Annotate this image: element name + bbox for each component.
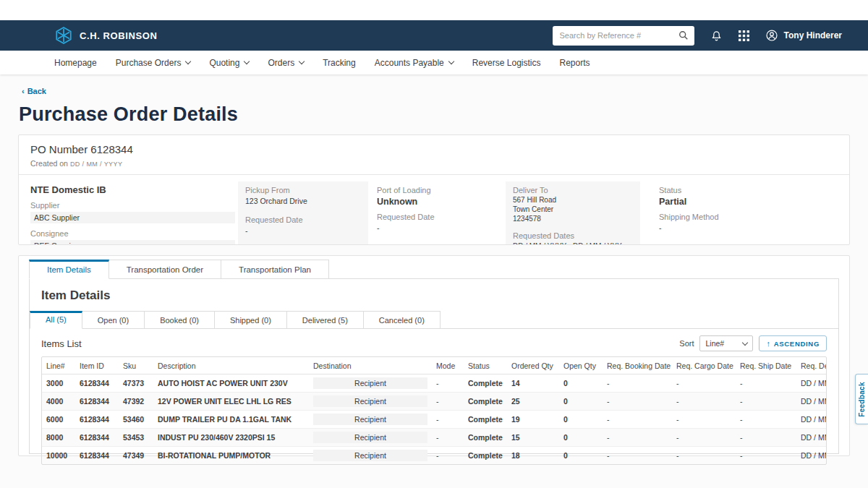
table-row[interactable]: 10000612834447349BI-ROTATIONAL PUMP/MOTO… <box>42 447 827 465</box>
details-tabs-card: Item DetailsTransportation OrderTranspor… <box>18 255 850 456</box>
tab-content-panel: Item Details All (5)Open (0)Booked (0)Sh… <box>29 278 839 454</box>
apps-grid-icon[interactable] <box>739 30 749 41</box>
po-parties-column: NTE Domestic IB Supplier ABC Supplier Co… <box>30 181 238 244</box>
header-req-cargo-date: Req. Cargo Date <box>672 357 736 374</box>
tab-item-details[interactable]: Item Details <box>29 260 109 279</box>
nav-item-reverse-logistics[interactable]: Reverse Logistics <box>472 58 541 68</box>
cell-destination: Recipient <box>309 393 432 411</box>
user-menu[interactable]: Tony Hinderer <box>765 29 842 42</box>
header-open-qty: Open Qty <box>559 357 603 374</box>
header-req-ship-date: Req. Ship Date <box>736 357 796 374</box>
feedback-button[interactable]: Feedback <box>855 374 868 424</box>
cell-req-cargo-date: - <box>672 447 736 465</box>
nav-item-purchase-orders[interactable]: Purchase Orders <box>116 58 191 68</box>
cell-mode: - <box>432 374 464 393</box>
cell-open-qty: 0 <box>559 429 603 447</box>
cell-item-id: 6128344 <box>75 374 119 393</box>
user-name: Tony Hinderer <box>784 30 842 40</box>
tabs-row: Item DetailsTransportation OrderTranspor… <box>29 260 839 278</box>
filter-tab-shipped-0[interactable]: Shipped (0) <box>215 311 287 329</box>
deliver-to-label: Deliver To <box>513 186 633 194</box>
filter-tab-canceled-0[interactable]: Canceled (0) <box>364 311 441 329</box>
page-content: ‹ Back Purchase Order Details PO Number … <box>0 74 868 488</box>
table-row[interactable]: 3000612834447373AUTO HOIST AC POWER UNIT… <box>42 374 827 393</box>
port-requested-date-value: - <box>377 223 497 232</box>
cell-req-cargo-date: - <box>672 429 736 447</box>
cell-ordered-qty: 14 <box>507 374 559 393</box>
filter-tab-delivered-5[interactable]: Delivered (5) <box>287 311 364 329</box>
status-value: Partial <box>659 197 819 207</box>
cell-open-qty: 0 <box>559 374 603 393</box>
destination-band: Recipient <box>313 450 427 461</box>
header-sku: Sku <box>119 357 153 374</box>
chevron-left-icon: ‹ <box>22 87 25 95</box>
cell-open-qty: 0 <box>559 393 603 411</box>
header-req-delivery-date: Req. Delivery Date <box>796 357 827 374</box>
cell-req-cargo-date: - <box>672 374 736 393</box>
cell-destination: Recipient <box>309 447 432 465</box>
items-list-title: Items List <box>41 338 82 349</box>
top-margin-strip <box>0 0 868 20</box>
cell-req-delivery-date: DD / MM / YY <box>796 429 827 447</box>
destination-band: Recipient <box>313 432 427 443</box>
destination-band: Recipient <box>313 414 427 425</box>
main-nav: HomepagePurchase OrdersQuotingOrdersTrac… <box>0 51 868 74</box>
notifications-bell-icon[interactable] <box>710 30 723 42</box>
consignee-value: DEF Consignee <box>30 240 235 245</box>
cell-description: BI-ROTATIONAL PUMP/MOTOR <box>153 447 309 465</box>
cell-req-booking-date: - <box>603 411 672 429</box>
supplier-label: Supplier <box>30 201 238 210</box>
cell-line: 10000 <box>42 447 75 465</box>
cell-line: 4000 <box>42 393 75 411</box>
pickup-requested-date-label: Requested Date <box>245 215 361 224</box>
table-row[interactable]: 400061283444739212V POWER UNIT ELEC LHL … <box>42 393 827 411</box>
destination-band: Recipient <box>313 377 427 389</box>
cell-req-cargo-date: - <box>672 411 736 429</box>
cell-sku: 47349 <box>119 447 153 465</box>
nav-item-orders[interactable]: Orders <box>268 58 304 68</box>
hexagon-logo-icon <box>54 26 73 45</box>
cell-sku: 53453 <box>119 429 153 447</box>
table-header-row: Line#Item IDSkuDescriptionDestinationMod… <box>42 357 827 374</box>
filter-tab-all-5[interactable]: All (5) <box>30 311 82 329</box>
search-input[interactable] <box>560 31 678 40</box>
cell-sku: 47373 <box>119 374 153 393</box>
pickup-column: Pickup From 123 Orchard Drive Requested … <box>238 181 368 244</box>
status-filter-tabs: All (5)Open (0)Booked (0)Shipped (0)Deli… <box>30 311 838 329</box>
port-of-loading-column: Port of Loading Unknown Requested Date - <box>368 181 506 244</box>
sort-select[interactable]: Line# <box>699 335 753 351</box>
sort-direction-button[interactable]: ↑ ASCENDING <box>759 335 827 351</box>
search-icon[interactable] <box>678 30 689 40</box>
table-row[interactable]: 6000612834453460DUMP TRAILER PU DA 1.1GA… <box>42 411 827 429</box>
search-box <box>553 26 694 46</box>
cell-req-delivery-date: DD / MM / YY <box>796 411 827 429</box>
cell-req-ship-date: - <box>736 411 796 429</box>
status-label: Status <box>659 186 819 194</box>
user-avatar-icon <box>765 29 778 42</box>
nav-item-tracking[interactable]: Tracking <box>323 58 356 68</box>
cell-description: 12V POWER UNIT ELEC LHL LG RES <box>153 393 309 411</box>
brand-logo[interactable]: C.H. ROBINSON <box>54 26 157 45</box>
tab-transportation-plan[interactable]: Transportation Plan <box>221 260 329 279</box>
filter-tab-open-0[interactable]: Open (0) <box>82 311 145 329</box>
cell-line: 8000 <box>42 429 75 447</box>
table-row[interactable]: 8000612834453453INDUST PU 230/460V 2320P… <box>42 429 827 447</box>
back-button[interactable]: ‹ Back <box>22 87 46 95</box>
cell-req-ship-date: - <box>736 447 796 465</box>
cell-status: Complete <box>464 447 507 465</box>
items-table: Line#Item IDSkuDescriptionDestinationMod… <box>42 357 827 464</box>
app-header: C.H. ROBINSON <box>0 20 868 51</box>
cell-description: DUMP TRAILER PU DA 1.1GAL TANK <box>153 411 309 429</box>
nav-item-quoting[interactable]: Quoting <box>209 58 249 68</box>
nav-item-label: Accounts Payable <box>375 58 444 68</box>
nav-item-homepage[interactable]: Homepage <box>54 58 97 68</box>
cell-line: 6000 <box>42 411 75 429</box>
nav-item-accounts-payable[interactable]: Accounts Payable <box>375 58 454 68</box>
items-list-bar: Items List Sort Line# ↑ ASCENDING <box>30 329 838 356</box>
chevron-down-icon <box>185 58 191 64</box>
nav-item-reports[interactable]: Reports <box>560 58 590 68</box>
tab-transportation-order[interactable]: Transportation Order <box>109 260 221 279</box>
cell-destination: Recipient <box>309 374 432 393</box>
filter-tab-booked-0[interactable]: Booked (0) <box>145 311 215 329</box>
deliver-to-address: 567 Hill RoadTown Center1234578 <box>513 196 633 223</box>
